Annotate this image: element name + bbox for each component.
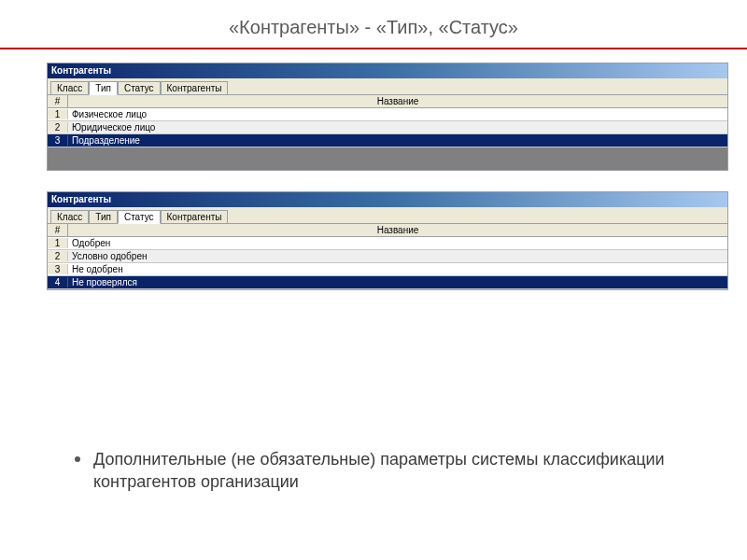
- grid-header: # Название: [48, 95, 727, 108]
- tab-status[interactable]: Статус: [118, 210, 161, 224]
- tab-strip: Класс Тип Статус Контрагенты: [48, 78, 727, 95]
- bullet-icon: [75, 456, 80, 462]
- table-row[interactable]: 1 Одобрен: [48, 237, 727, 250]
- table-row[interactable]: 2 Юридическое лицо: [48, 121, 727, 134]
- window-title: Контрагенты: [48, 192, 727, 207]
- bullet-list: Дополнительные (не обязательные) парамет…: [75, 448, 682, 494]
- row-number: 1: [48, 238, 68, 248]
- tab-type[interactable]: Тип: [89, 81, 118, 95]
- contractors-panel-status: Контрагенты Класс Тип Статус Контрагенты…: [47, 191, 728, 290]
- contractors-panel-type: Контрагенты Класс Тип Статус Контрагенты…: [47, 63, 728, 171]
- table-row[interactable]: 1 Физическое лицо: [48, 108, 727, 121]
- row-name: Юридическое лицо: [68, 122, 727, 133]
- table-row[interactable]: 3 Не одобрен: [48, 263, 727, 276]
- col-header-name: Название: [68, 224, 727, 236]
- tab-strip: Класс Тип Статус Контрагенты: [48, 207, 727, 224]
- col-header-name: Название: [68, 95, 727, 107]
- row-number: 3: [48, 264, 68, 274]
- tab-class[interactable]: Класс: [50, 210, 89, 223]
- row-number: 4: [48, 277, 68, 287]
- bullet-item: Дополнительные (не обязательные) парамет…: [75, 448, 682, 494]
- bullet-text: Дополнительные (не обязательные) парамет…: [93, 448, 682, 494]
- slide-title: «Контрагенты» - «Тип», «Статус»: [0, 0, 747, 48]
- row-name: Одобрен: [68, 238, 727, 248]
- window-title: Контрагенты: [48, 63, 727, 78]
- tab-contractors[interactable]: Контрагенты: [161, 210, 229, 223]
- tab-class[interactable]: Класс: [50, 81, 89, 94]
- grid-header: # Название: [48, 224, 727, 237]
- tab-contractors[interactable]: Контрагенты: [161, 81, 229, 94]
- tab-status[interactable]: Статус: [118, 81, 161, 94]
- grid-body: 1 Одобрен 2 Условно одобрен 3 Не одобрен…: [48, 237, 727, 289]
- row-name: Условно одобрен: [68, 251, 727, 261]
- row-name: Подразделение: [68, 135, 727, 146]
- grid-empty-area: [48, 147, 727, 170]
- row-number: 2: [48, 251, 68, 261]
- row-number: 3: [48, 135, 68, 146]
- row-name: Физическое лицо: [68, 109, 727, 119]
- row-number: 2: [48, 122, 68, 133]
- tab-type[interactable]: Тип: [89, 210, 118, 223]
- table-row[interactable]: 2 Условно одобрен: [48, 250, 727, 263]
- table-row[interactable]: 4 Не проверялся: [48, 276, 727, 289]
- grid-body: 1 Физическое лицо 2 Юридическое лицо 3 П…: [48, 108, 727, 147]
- row-name: Не одобрен: [68, 264, 727, 274]
- row-number: 1: [48, 109, 68, 119]
- col-header-number: #: [48, 95, 68, 107]
- row-name: Не проверялся: [68, 277, 727, 287]
- table-row[interactable]: 3 Подразделение: [48, 134, 727, 147]
- col-header-number: #: [48, 224, 68, 236]
